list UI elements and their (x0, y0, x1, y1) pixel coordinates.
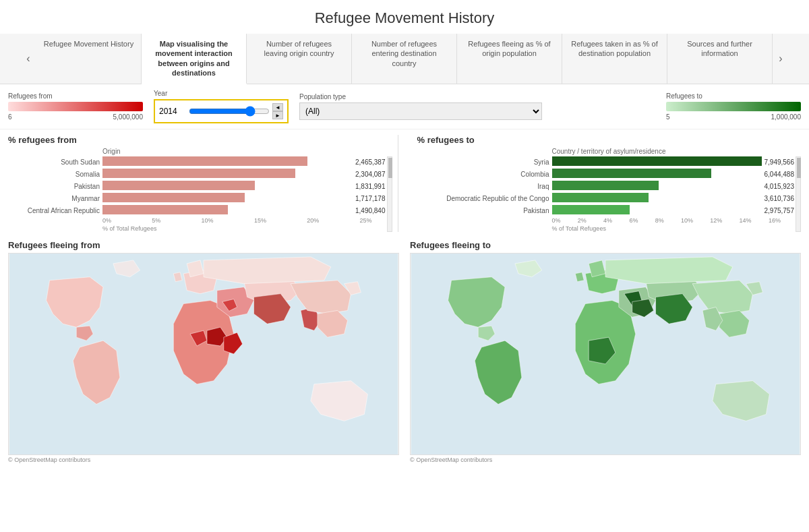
bar-value-1: 2,304,087 (355, 171, 386, 178)
refugees-to-control: Refugees to 5 1,000,000 (666, 92, 801, 121)
tab-entering[interactable]: Number of refugees entering destination … (352, 34, 457, 84)
year-next-btn[interactable]: ► (272, 111, 283, 119)
bar-value-r2: 4,015,923 (765, 183, 795, 190)
bar-wrap-3 (102, 193, 353, 204)
year-input[interactable] (159, 107, 186, 116)
refugees-from-max: 5,000,000 (113, 113, 144, 121)
bar-label-r2: Iraq (417, 183, 552, 190)
refugees-to-color-bar[interactable] (666, 102, 801, 111)
year-prev-btn[interactable]: ◄ (272, 103, 283, 111)
refugees-to-max: 1,000,000 (771, 113, 802, 121)
bar-fill-r0 (552, 156, 762, 166)
bar-value-0: 2,465,387 (355, 158, 386, 166)
page-title: Refugee Movement History (0, 0, 809, 34)
population-type-label: Population type (299, 93, 655, 100)
population-type-select[interactable]: (All) Refugees Asylum seekers Internally… (299, 102, 542, 120)
x-tick-r: 14% (740, 217, 752, 224)
chart-right-main: Syria 7,949,566 Colombia 6,044,488 Iraq (417, 156, 795, 232)
bar-wrap-0 (102, 156, 353, 167)
tab-map[interactable]: Map visualising the movement interaction… (142, 34, 247, 84)
bar-label-2: Pakistan (8, 183, 102, 190)
year-buttons: ◄ ► (272, 103, 283, 119)
table-row: Syria 7,949,566 (417, 156, 795, 167)
refugees-from-color-bar[interactable] (8, 102, 143, 111)
bar-value-r0: 7,949,566 (765, 158, 795, 166)
tab-origin-pct[interactable]: Refugees fleeing as % of origin populati… (457, 34, 562, 84)
maps-section: Refugees fleeing from (0, 237, 809, 467)
chart-left-main: South Sudan 2,465,387 Somalia 2,304,087 … (8, 156, 386, 232)
bar-value-3: 1,717,178 (355, 195, 386, 202)
chart-right-scrollbar[interactable] (796, 156, 801, 232)
bar-wrap-r4 (552, 205, 762, 216)
x-tick: 25% (359, 217, 371, 224)
tab-sources[interactable]: Sources and further information (667, 34, 773, 84)
bar-fill-3 (102, 193, 245, 202)
bar-label-r4: Pakistan (417, 207, 552, 214)
table-row: Somalia 2,304,087 (8, 169, 386, 179)
bar-value-r1: 6,044,488 (765, 171, 795, 178)
x-tick-r: 12% (710, 217, 722, 224)
scrollbar-thumb-r (797, 158, 801, 178)
x-tick: 10% (202, 217, 214, 224)
year-slider[interactable] (189, 106, 270, 117)
bar-fill-1 (102, 169, 295, 178)
refugees-from-min: 6 (8, 113, 12, 121)
bar-fill-r1 (552, 169, 711, 178)
controls-row: Refugees from 6 5,000,000 Year ◄ ► Popul… (0, 84, 809, 129)
year-label: Year (154, 90, 289, 97)
chart-left: % refugees from Origin South Sudan 2,465… (8, 135, 392, 232)
x-tick-r: 10% (681, 217, 693, 224)
map-right-title: Refugees fleeing to (410, 240, 801, 250)
bar-fill-0 (102, 156, 307, 166)
bar-wrap-r3 (552, 193, 762, 204)
bar-value-r4: 2,975,757 (765, 207, 795, 214)
chart-right: % refugees to Country / territory of asy… (404, 135, 802, 232)
bar-label-r3: Democratic Republic of the Congo (417, 195, 552, 202)
chart-left-axis-label: Origin (102, 148, 392, 155)
refugees-to-label: Refugees to (666, 92, 801, 100)
refugees-from-control: Refugees from 6 5,000,000 (8, 92, 143, 121)
map-right-svg (411, 254, 800, 454)
bar-fill-4 (102, 205, 228, 214)
bar-label-1: Somalia (8, 171, 102, 178)
bar-fill-r3 (552, 193, 649, 202)
tab-dest-pct[interactable]: Refugees taken in as % of destination po… (562, 34, 667, 84)
tab-history[interactable]: Refugee Movement History (36, 34, 142, 84)
year-box: ◄ ► (154, 99, 289, 123)
bar-wrap-2 (102, 181, 353, 191)
table-row: Democratic Republic of the Congo 3,610,7… (417, 193, 795, 204)
nav-right-arrow[interactable]: › (773, 34, 789, 84)
x-tick-r: 4% (603, 217, 612, 224)
bar-value-4: 1,490,840 (355, 207, 386, 214)
x-tick: 15% (254, 217, 266, 224)
nav-left-arrow[interactable]: ‹ (20, 34, 36, 84)
chart-right-title: % refugees to (417, 135, 802, 145)
table-row: Colombia 6,044,488 (417, 169, 795, 179)
x-tick-r: 6% (629, 217, 638, 224)
tab-leaving[interactable]: Number of refugees leaving origin countr… (247, 34, 352, 84)
bar-fill-r4 (552, 205, 630, 214)
bar-fill-2 (102, 181, 255, 190)
refugees-to-min: 5 (666, 113, 670, 121)
bar-wrap-r1 (552, 169, 762, 179)
refugees-from-label: Refugees from (8, 92, 143, 100)
map-left-area[interactable] (8, 253, 399, 455)
table-row: Pakistan 2,975,757 (417, 205, 795, 216)
table-row: Pakistan 1,831,991 (8, 181, 386, 191)
x-tick-r: 8% (655, 217, 664, 224)
table-row: South Sudan 2,465,387 (8, 156, 386, 167)
x-tick-r: 16% (769, 217, 781, 224)
chart-left-scrollbar[interactable] (387, 156, 392, 232)
bar-value-r3: 3,610,736 (765, 195, 795, 202)
map-right-area[interactable] (410, 253, 801, 455)
x-tick: 0% (102, 217, 111, 224)
chart-left-area: South Sudan 2,465,387 Somalia 2,304,087 … (8, 156, 392, 232)
map-right: Refugees fleeing to (410, 240, 801, 464)
bar-fill-r2 (552, 181, 659, 190)
bar-label-3: Myanmar (8, 195, 102, 202)
refugees-to-range: 5 1,000,000 (666, 113, 801, 121)
bar-label-4: Central African Republic (8, 207, 102, 214)
x-tick-r: 0% (552, 217, 561, 224)
chart-right-axis-label: Country / territory of asylum/residence (552, 148, 802, 155)
chart-right-x-label: % of Total Refugees (552, 225, 795, 232)
